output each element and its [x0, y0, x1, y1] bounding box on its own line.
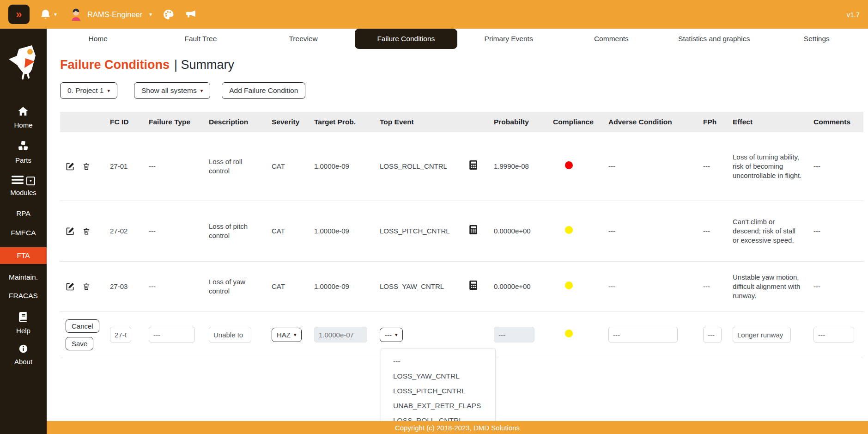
calculator-icon[interactable]: [469, 228, 478, 236]
notifications-caret-icon[interactable]: ▾: [54, 11, 57, 18]
table-row: 27-02 --- Loss of pitch control CAT 1.00…: [60, 201, 863, 261]
sidebar: Home Parts ▾ Modules RPA FMECA FTA Maint…: [0, 29, 47, 434]
cell-target-prob: 1.0000e-09: [309, 201, 374, 261]
dropdown-option[interactable]: LOSS_PITCH_CNTRL: [381, 384, 495, 398]
table-row: 27-01 --- Loss of roll control CAT 1.000…: [60, 132, 863, 201]
edit-row-icon[interactable]: [66, 282, 75, 291]
cell-failure-type: ---: [143, 132, 203, 201]
theme-palette-icon[interactable]: [162, 9, 175, 20]
user-menu[interactable]: RAMS-Engineer ▾: [69, 6, 152, 23]
edit-row-icon[interactable]: [66, 226, 75, 236]
toolbar: 0. Project 1 ▾ Show all systems ▾ Add Fa…: [60, 82, 868, 99]
compliance-status-yellow: [565, 330, 573, 337]
cancel-button[interactable]: Cancel: [66, 319, 99, 333]
severity-select-button[interactable]: HAZ ▾: [272, 328, 302, 342]
severity-select-value: HAZ: [277, 331, 291, 339]
cell-severity: CAT: [266, 201, 309, 261]
calculator-icon[interactable]: [469, 164, 478, 171]
cell-adverse: ---: [603, 201, 698, 261]
top-event-select-button[interactable]: --- ▾: [380, 328, 403, 342]
modules-dropdown-icon[interactable]: ▾: [26, 177, 35, 185]
top-event-dropdown-menu: --- LOSS_YAW_CNTRL LOSS_PITCH_CNTRL UNAB…: [381, 348, 496, 433]
description-input[interactable]: [209, 327, 251, 342]
top-event-select-value: ---: [385, 331, 392, 339]
sidebar-item-parts[interactable]: Parts: [15, 140, 31, 164]
fc-id-input[interactable]: [110, 327, 131, 342]
compliance-status-red: [565, 161, 573, 169]
cell-description: Loss of yaw control: [203, 261, 266, 312]
cell-probability: 0.0000e+00: [488, 201, 547, 261]
sidebar-item-label: Parts: [15, 156, 31, 164]
parts-cubes-icon: [17, 140, 30, 154]
edit-row-icon[interactable]: [66, 162, 75, 171]
cell-comments: ---: [808, 132, 863, 201]
caret-down-icon: ▾: [395, 332, 398, 338]
tab-statistics[interactable]: Statistics and graphics: [663, 29, 765, 49]
project-select-button[interactable]: 0. Project 1 ▾: [60, 82, 117, 99]
header-top-event: Top Event: [374, 112, 469, 132]
sidebar-item-help[interactable]: Help: [16, 311, 30, 335]
header-severity: Severity: [266, 112, 309, 132]
project-select-label: 0. Project 1: [67, 86, 103, 95]
table-row: 27-03 --- Loss of yaw control CAT 1.0000…: [60, 261, 863, 312]
sidebar-item-about[interactable]: About: [14, 344, 32, 366]
tab-settings[interactable]: Settings: [765, 29, 868, 49]
cell-fph: ---: [698, 261, 727, 312]
dropdown-option[interactable]: LOSS_YAW_CNTRL: [381, 369, 495, 384]
delete-row-icon[interactable]: [82, 282, 91, 291]
fph-input[interactable]: [703, 327, 722, 342]
sidebar-collapse-button[interactable]: »: [8, 5, 30, 24]
tab-failure-conditions[interactable]: Failure Conditions: [355, 29, 457, 49]
header-adverse-condition: Adverse Condition: [603, 112, 698, 132]
dropdown-option[interactable]: ---: [381, 354, 495, 369]
header-failure-type: Failure Type: [143, 112, 203, 132]
cell-effect: Loss of turning ability, risk of becomin…: [727, 132, 808, 201]
table-header-row: FC ID Failure Type Description Severity …: [60, 112, 863, 132]
cell-top-event: LOSS_YAW_CNTRL: [374, 261, 469, 312]
cell-target-prob: 1.0000e-09: [309, 132, 374, 201]
topbar: » ▾ RAMS-Engineer ▾ v1.7: [0, 0, 868, 29]
tab-comments[interactable]: Comments: [560, 29, 662, 49]
cell-top-event: LOSS_ROLL_CNTRL: [374, 132, 469, 201]
calculator-icon[interactable]: [469, 284, 478, 292]
delete-row-icon[interactable]: [82, 162, 91, 171]
comments-input[interactable]: [813, 327, 854, 342]
probability-input-disabled: [494, 327, 534, 342]
target-prob-input-disabled: [314, 327, 367, 342]
compliance-status-yellow: [565, 281, 573, 289]
main-content: Failure Conditions| Summary 0. Project 1…: [47, 49, 868, 358]
sidebar-item-home[interactable]: Home: [14, 105, 32, 129]
effect-input[interactable]: [733, 327, 791, 342]
tab-primary-events[interactable]: Primary Events: [457, 29, 560, 49]
sidebar-item-maintain[interactable]: Maintain.: [9, 273, 38, 281]
failure-type-input[interactable]: [149, 327, 195, 342]
cell-description: Loss of roll control: [203, 132, 266, 201]
tab-treeview[interactable]: Treeview: [252, 29, 355, 49]
save-button[interactable]: Save: [66, 337, 93, 350]
sidebar-item-fracas[interactable]: FRACAS: [9, 292, 38, 300]
cell-top-event: LOSS_PITCH_CNTRL: [374, 201, 469, 261]
delete-row-icon[interactable]: [82, 226, 91, 236]
tab-fault-tree[interactable]: Fault Tree: [149, 29, 252, 49]
page-title-subtitle: | Summary: [174, 58, 234, 72]
adverse-condition-input[interactable]: [608, 327, 678, 342]
announcements-megaphone-icon[interactable]: [185, 9, 197, 20]
sidebar-item-modules[interactable]: ▾ Modules: [10, 175, 36, 196]
sidebar-item-fta-active[interactable]: FTA: [0, 247, 47, 264]
header-target-prob: Target Prob.: [309, 112, 374, 132]
add-failure-condition-button[interactable]: Add Failure Condition: [222, 82, 305, 99]
tab-home[interactable]: Home: [47, 29, 149, 49]
main-nav-tabs: Home Fault Tree Treeview Failure Conditi…: [47, 29, 868, 49]
dropdown-option[interactable]: UNAB_EXT_RETR_FLAPS: [381, 398, 495, 413]
copyright-text: Copyright (c) 2018-2023, DMD Solutions: [395, 424, 520, 432]
sidebar-item-rpa[interactable]: RPA: [16, 209, 30, 218]
username-label: RAMS-Engineer: [87, 10, 142, 19]
notifications-bell-icon[interactable]: [40, 8, 51, 21]
cell-probability: 1.9990e-08: [488, 132, 547, 201]
cell-effect: Unstable yaw motion, difficult alignment…: [727, 261, 808, 312]
page-title: Failure Conditions| Summary: [60, 56, 868, 73]
sidebar-item-fmeca[interactable]: FMECA: [11, 229, 36, 237]
systems-filter-button[interactable]: Show all systems ▾: [134, 82, 210, 99]
caret-down-icon: ▾: [200, 88, 203, 94]
header-comments: Comments: [808, 112, 863, 132]
